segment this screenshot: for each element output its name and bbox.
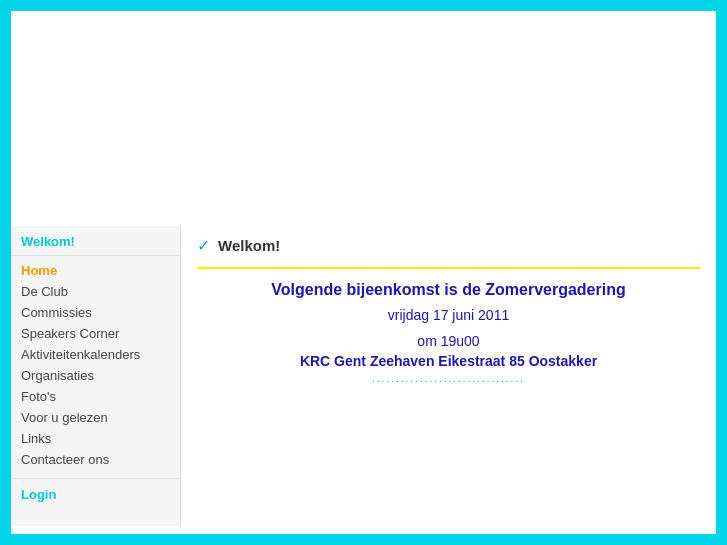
sidebar-item-organisaties[interactable]: Organisaties <box>11 365 180 386</box>
sidebar: Welkom! Home De Club Commissies Speakers… <box>11 226 181 526</box>
sidebar-nav: Home De Club Commissies Speakers Corner … <box>11 256 180 474</box>
sidebar-login-section: Login <box>11 478 180 508</box>
sidebar-item-home[interactable]: Home <box>11 260 180 281</box>
sidebar-item-aktiviteitenkalenders[interactable]: Aktiviteitenkalenders <box>11 344 180 365</box>
outer-border: Welkom! Home De Club Commissies Speakers… <box>0 0 727 545</box>
sidebar-item-links[interactable]: Links <box>11 428 180 449</box>
sidebar-welkom-section: Welkom! <box>11 226 180 256</box>
sidebar-item-voor-u-gelezen[interactable]: Voor u gelezen <box>11 407 180 428</box>
page-title: Welkom! <box>218 237 280 254</box>
event-time: om 19u00 <box>197 333 700 349</box>
main-content: ✓ Welkom! Volgende bijeenkomst is de Zom… <box>181 226 716 526</box>
event-title: Volgende bijeenkomst is de Zomervergader… <box>197 281 700 299</box>
checkmark-icon: ✓ <box>197 236 210 255</box>
sidebar-item-speakers-corner[interactable]: Speakers Corner <box>11 323 180 344</box>
yellow-divider <box>197 267 700 269</box>
event-date: vrijdag 17 juni 2011 <box>197 307 700 323</box>
main-header: ✓ Welkom! <box>197 236 700 259</box>
dotted-line: ................................ <box>197 373 700 384</box>
sidebar-welkom-label: Welkom! <box>21 234 75 249</box>
sidebar-item-commissies[interactable]: Commissies <box>11 302 180 323</box>
content-area: Welkom! Home De Club Commissies Speakers… <box>11 226 716 526</box>
sidebar-item-contacteer-ons[interactable]: Contacteer ons <box>11 449 180 470</box>
event-location: KRC Gent Zeehaven Eikestraat 85 Oostakke… <box>197 353 700 369</box>
sidebar-login-label: Login <box>21 487 56 502</box>
sidebar-item-fotos[interactable]: Foto's <box>11 386 180 407</box>
top-white-area <box>11 11 716 226</box>
inner-white: Welkom! Home De Club Commissies Speakers… <box>8 8 719 537</box>
sidebar-item-de-club[interactable]: De Club <box>11 281 180 302</box>
